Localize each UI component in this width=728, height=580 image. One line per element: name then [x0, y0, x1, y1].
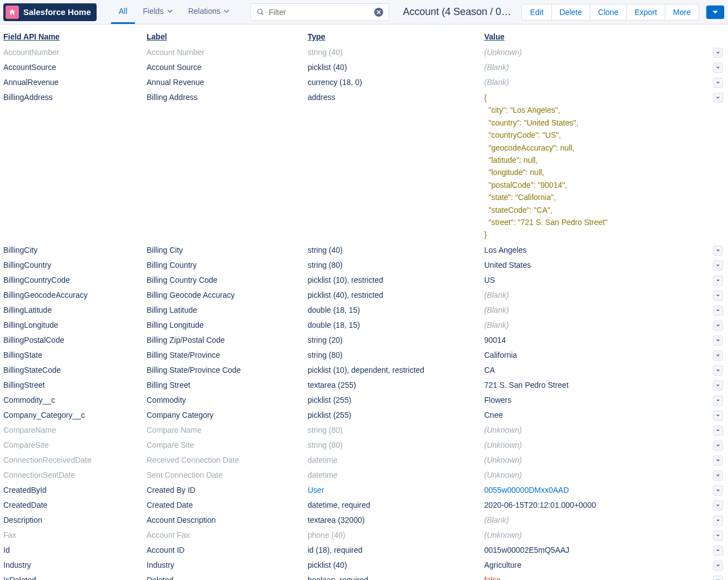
- row-menu-button[interactable]: [713, 411, 723, 421]
- field-type: textarea (255): [308, 379, 484, 391]
- filter-box[interactable]: [250, 3, 389, 21]
- row-menu-button[interactable]: [713, 366, 723, 376]
- row-menu-button[interactable]: [713, 306, 723, 316]
- row-menu-button[interactable]: [713, 441, 723, 451]
- row-menu-button[interactable]: [713, 576, 723, 580]
- field-label: Billing Address: [147, 92, 308, 241]
- row-menu-button[interactable]: [713, 396, 723, 406]
- field-value: 721 S. San Pedro Street: [484, 379, 711, 391]
- row-menu-button[interactable]: [713, 93, 723, 103]
- value-text: (Unknown): [484, 441, 522, 449]
- table-row: CompareSiteCompare Sitestring (80)(Unkno…: [3, 438, 725, 453]
- export-button[interactable]: Export: [626, 4, 665, 21]
- clear-filter-button[interactable]: [374, 8, 383, 17]
- caret-down-icon: [716, 428, 720, 433]
- row-menu-button[interactable]: [713, 63, 723, 73]
- field-value: US: [484, 274, 711, 286]
- field-api-name: Company_Category__c: [3, 409, 147, 421]
- field-label: Billing State/Province Code: [147, 364, 308, 376]
- field-type: boolean, required: [308, 574, 484, 580]
- row-menu-button[interactable]: [713, 246, 723, 256]
- delete-button[interactable]: Delete: [551, 4, 590, 21]
- field-value: 0015w00002E5mQ5AAJ: [484, 544, 711, 556]
- field-api-name: AccountSource: [3, 62, 147, 73]
- field-type: picklist (10), restricted: [308, 274, 484, 286]
- row-menu-button[interactable]: [713, 561, 723, 571]
- field-api-name: CompareSite: [3, 439, 147, 451]
- caret-down-icon: [712, 9, 719, 16]
- field-value: (Unknown): [484, 424, 711, 436]
- record-title: Account (4 Season / 00…: [403, 6, 514, 18]
- value-text: Cnee: [484, 411, 503, 419]
- field-api-name: BillingGeocodeAccuracy: [3, 289, 147, 301]
- tab-fields[interactable]: Fields: [135, 0, 180, 24]
- value-text: 90014: [484, 336, 506, 344]
- header-api[interactable]: Field API Name: [3, 32, 59, 41]
- field-label: Commodity: [147, 394, 308, 406]
- caret-down-icon: [716, 518, 720, 523]
- row-menu-button[interactable]: [713, 546, 723, 556]
- field-label: Company Category: [147, 409, 308, 421]
- more-button[interactable]: More: [665, 4, 699, 21]
- field-value: 0055w00000DMxx0AAD: [484, 484, 711, 496]
- value-text: (Unknown): [484, 456, 522, 464]
- row-menu-button[interactable]: [713, 501, 723, 511]
- field-value: (Blank): [484, 77, 711, 88]
- field-label: Account Number: [147, 47, 308, 58]
- type-link[interactable]: User: [308, 486, 324, 494]
- row-menu-button[interactable]: [713, 261, 723, 271]
- row-menu-button[interactable]: [713, 276, 723, 286]
- field-value: 90014: [484, 334, 711, 346]
- chevron-down-icon: [224, 8, 229, 14]
- row-menu-button[interactable]: [713, 381, 723, 391]
- value-text: (Unknown): [484, 471, 522, 479]
- value-text: (Blank): [484, 516, 509, 524]
- field-value: United States: [484, 259, 711, 271]
- row-menu-button[interactable]: [713, 531, 723, 541]
- header-type[interactable]: Type: [308, 32, 325, 41]
- field-value: Agriculture: [484, 559, 711, 571]
- table-row: Commodity__cCommoditypicklist (255)Flowe…: [3, 393, 725, 408]
- field-api-name: ConnectionReceivedDate: [3, 454, 147, 466]
- row-menu-button[interactable]: [713, 351, 723, 361]
- row-menu-button[interactable]: [713, 486, 723, 496]
- field-api-name: CreatedById: [3, 484, 147, 496]
- field-type: string (80): [308, 349, 484, 361]
- row-menu-button[interactable]: [713, 471, 723, 481]
- row-menu-button[interactable]: [713, 456, 723, 466]
- row-menu-button[interactable]: [713, 321, 723, 331]
- row-menu-button[interactable]: [713, 336, 723, 346]
- tab-all[interactable]: All: [111, 0, 135, 24]
- edit-button[interactable]: Edit: [521, 4, 551, 21]
- header-value[interactable]: Value: [484, 32, 505, 41]
- table-row: BillingLongitudeBilling Longitudedouble …: [3, 318, 725, 333]
- field-value: (Blank): [484, 304, 711, 316]
- caret-down-icon: [716, 533, 720, 538]
- table-row: BillingStateBilling State/Provincestring…: [3, 348, 725, 363]
- field-type: string (40): [308, 244, 484, 256]
- field-value: (Blank): [484, 319, 711, 331]
- field-api-name: BillingState: [3, 349, 147, 361]
- tab-relations[interactable]: Relations: [180, 0, 237, 24]
- row-menu-button[interactable]: [713, 516, 723, 526]
- value-link[interactable]: 0055w00000DMxx0AAD: [484, 486, 569, 494]
- table-row: Company_Category__cCompany Categorypickl…: [3, 408, 725, 423]
- row-menu-button[interactable]: [713, 48, 723, 58]
- filter-input[interactable]: [269, 8, 370, 17]
- salesforce-home-button[interactable]: Salesforce Home: [3, 3, 97, 21]
- row-menu-button[interactable]: [713, 426, 723, 436]
- field-type: address: [308, 92, 484, 241]
- field-label: Sent Connection Date: [147, 469, 308, 481]
- more-dropdown-button[interactable]: [706, 5, 725, 19]
- caret-down-icon: [716, 293, 720, 298]
- field-value: (Unknown): [484, 469, 711, 481]
- field-type: picklist (255): [308, 394, 484, 406]
- row-menu-button[interactable]: [713, 291, 723, 301]
- value-text: United States: [484, 261, 531, 269]
- row-menu-button[interactable]: [713, 78, 723, 88]
- table-row: CompareNameCompare Namestring (80)(Unkno…: [3, 423, 725, 438]
- header-label[interactable]: Label: [147, 32, 167, 41]
- field-value: (Blank): [484, 62, 711, 73]
- clone-button[interactable]: Clone: [590, 4, 627, 21]
- field-type: currency (18, 0): [308, 77, 484, 88]
